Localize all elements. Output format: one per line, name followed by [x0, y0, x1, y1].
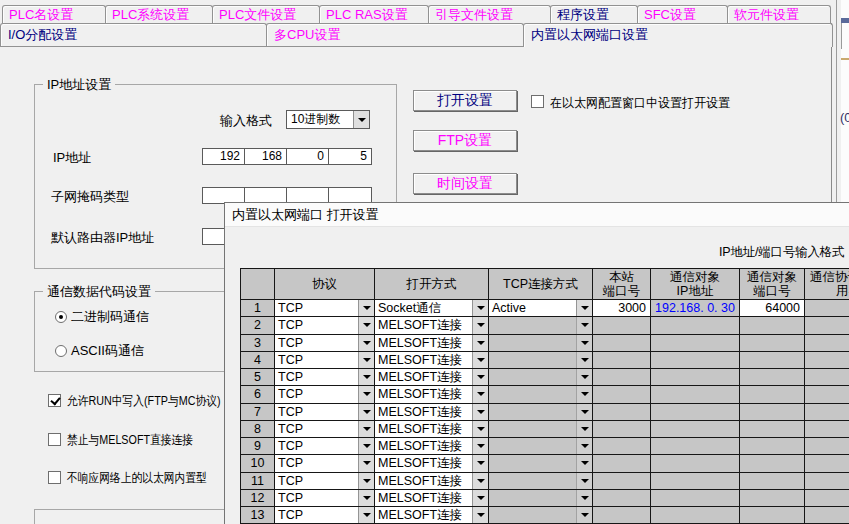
- chevron-down-icon[interactable]: [358, 438, 374, 454]
- chevron-down-icon[interactable]: [353, 111, 369, 128]
- chevron-down-icon[interactable]: [358, 369, 374, 385]
- row-number-cell[interactable]: 8: [241, 421, 275, 438]
- protocol-cell[interactable]: TCP: [275, 438, 375, 455]
- chevron-down-icon[interactable]: [472, 455, 488, 471]
- subnet-octet-input[interactable]: [329, 188, 371, 203]
- chevron-down-icon[interactable]: [472, 421, 488, 437]
- tab-plc-ras[interactable]: PLC RAS设置: [319, 5, 429, 24]
- protocol-cell[interactable]: TCP: [275, 473, 375, 490]
- chevron-down-icon[interactable]: [472, 490, 488, 506]
- chevron-down-icon[interactable]: [472, 300, 488, 316]
- chevron-down-icon[interactable]: [472, 404, 488, 420]
- chevron-down-icon[interactable]: [358, 421, 374, 437]
- chevron-down-icon[interactable]: [472, 317, 488, 333]
- open-method-cell[interactable]: MELSOFT连接: [375, 438, 489, 455]
- open-method-cell[interactable]: MELSOFT连接: [375, 490, 489, 507]
- chevron-down-icon[interactable]: [358, 386, 374, 402]
- ip-octet-input[interactable]: 5: [329, 149, 371, 164]
- chevron-down-icon[interactable]: [472, 473, 488, 489]
- row-number-cell[interactable]: 12: [241, 490, 275, 507]
- chevron-down-icon[interactable]: [358, 352, 374, 368]
- row-number-cell[interactable]: 11: [241, 473, 275, 490]
- protocol-cell[interactable]: TCP: [275, 404, 375, 421]
- open-method-cell[interactable]: MELSOFT连接: [375, 317, 489, 334]
- subnet-octet-input[interactable]: [245, 188, 287, 203]
- tab-plc-file[interactable]: PLC文件设置: [212, 5, 320, 24]
- chevron-down-icon[interactable]: [472, 386, 488, 402]
- ip-octet-input[interactable]: 168: [245, 149, 287, 164]
- protocol-cell[interactable]: TCP: [275, 335, 375, 352]
- row-number-cell[interactable]: 4: [241, 352, 275, 369]
- tab-io-assignment[interactable]: I/O分配设置: [0, 23, 267, 46]
- protocol-cell[interactable]: TCP: [275, 507, 375, 524]
- row-number-cell[interactable]: 2: [241, 317, 275, 334]
- chevron-down-icon[interactable]: [358, 300, 374, 316]
- subnet-octet-input[interactable]: [203, 188, 245, 203]
- row-number-cell[interactable]: 10: [241, 455, 275, 472]
- protocol-cell[interactable]: TCP: [275, 455, 375, 472]
- tab-boot-file[interactable]: 引导文件设置: [428, 5, 551, 24]
- protocol-cell[interactable]: TCP: [275, 300, 375, 317]
- protocol-cell[interactable]: TCP: [275, 317, 375, 334]
- open-method-cell[interactable]: MELSOFT连接: [375, 473, 489, 490]
- tab-device[interactable]: 软元件设置: [727, 5, 831, 24]
- chevron-down-icon[interactable]: [358, 455, 374, 471]
- chevron-down-icon[interactable]: [472, 369, 488, 385]
- tab-program[interactable]: 程序设置: [550, 5, 638, 24]
- row-number-cell[interactable]: 3: [241, 335, 275, 352]
- host-port-cell[interactable]: 3000: [593, 300, 651, 317]
- no-response-ethernet-checkbox[interactable]: [48, 471, 61, 484]
- row-number-cell[interactable]: 6: [241, 386, 275, 403]
- chevron-down-icon[interactable]: [576, 300, 592, 316]
- chevron-down-icon[interactable]: [472, 352, 488, 368]
- subnet-octet-input[interactable]: [287, 188, 329, 203]
- chevron-down-icon[interactable]: [358, 507, 374, 523]
- chevron-down-icon[interactable]: [358, 317, 374, 333]
- row-number-cell[interactable]: 7: [241, 404, 275, 421]
- open-method-cell[interactable]: MELSOFT连接: [375, 386, 489, 403]
- open-in-ethernet-config-checkbox[interactable]: [531, 95, 544, 108]
- chevron-down-icon[interactable]: [358, 473, 374, 489]
- open-settings-button[interactable]: 打开设置: [413, 90, 517, 111]
- tab-builtin-ethernet-port[interactable]: 内置以太网端口设置: [523, 23, 833, 47]
- row-number-cell[interactable]: 1: [241, 300, 275, 317]
- open-method-cell[interactable]: Socket通信: [375, 300, 489, 317]
- protocol-cell[interactable]: TCP: [275, 352, 375, 369]
- tab-sfc[interactable]: SFC设置: [637, 5, 728, 24]
- dest-ip-cell[interactable]: 192.168. 0. 30: [651, 300, 740, 317]
- row-number-cell[interactable]: 13: [241, 507, 275, 524]
- chevron-down-icon[interactable]: [472, 335, 488, 351]
- ip-address-field[interactable]: 192 168 0 5: [202, 148, 372, 165]
- protocol-cell[interactable]: TCP: [275, 369, 375, 386]
- ip-octet-input[interactable]: 0: [287, 149, 329, 164]
- protocol-cell[interactable]: TCP: [275, 386, 375, 403]
- tcp-mode-cell[interactable]: Active: [489, 300, 593, 317]
- input-format-select[interactable]: 10进制数: [286, 110, 370, 129]
- allow-run-write-checkbox[interactable]: [48, 394, 61, 407]
- chevron-down-icon[interactable]: [472, 438, 488, 454]
- chevron-down-icon[interactable]: [358, 335, 374, 351]
- open-method-cell[interactable]: MELSOFT连接: [375, 335, 489, 352]
- ip-octet-input[interactable]: 192: [203, 149, 245, 164]
- row-number-cell[interactable]: 9: [241, 438, 275, 455]
- open-method-cell[interactable]: MELSOFT连接: [375, 455, 489, 472]
- chevron-down-icon[interactable]: [358, 404, 374, 420]
- open-method-cell[interactable]: MELSOFT连接: [375, 421, 489, 438]
- open-method-cell[interactable]: MELSOFT连接: [375, 404, 489, 421]
- time-settings-button[interactable]: 时间设置: [413, 173, 517, 194]
- open-method-cell[interactable]: MELSOFT连接: [375, 507, 489, 524]
- open-method-cell[interactable]: MELSOFT连接: [375, 369, 489, 386]
- tab-plc-system[interactable]: PLC系统设置: [105, 5, 213, 24]
- ftp-settings-button[interactable]: FTP设置: [413, 130, 517, 151]
- dest-port-cell[interactable]: 64000: [740, 300, 805, 317]
- disable-melsoft-direct-checkbox[interactable]: [48, 433, 61, 446]
- protocol-cell[interactable]: TCP: [275, 421, 375, 438]
- chevron-down-icon[interactable]: [472, 507, 488, 523]
- binary-code-radio[interactable]: [55, 311, 67, 323]
- dialog-title-bar[interactable]: 内置以太网端口 打开设置: [225, 203, 849, 227]
- ascii-code-radio[interactable]: [55, 345, 67, 357]
- tab-multi-cpu[interactable]: 多CPU设置: [266, 23, 524, 46]
- row-number-cell[interactable]: 5: [241, 369, 275, 386]
- open-method-cell[interactable]: MELSOFT连接: [375, 352, 489, 369]
- protocol-cell[interactable]: TCP: [275, 490, 375, 507]
